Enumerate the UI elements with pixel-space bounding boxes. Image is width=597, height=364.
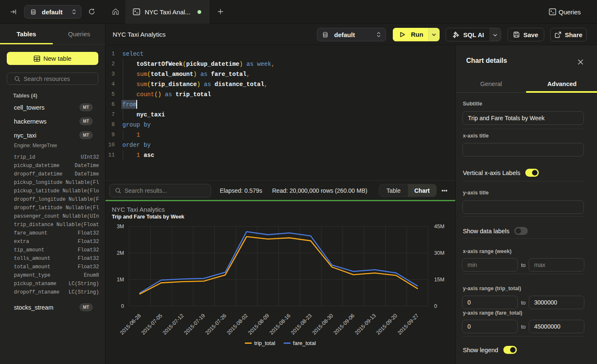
svg-text:0: 0: [121, 303, 124, 309]
svg-text:2015-08-02: 2015-08-02: [226, 313, 249, 336]
svg-text:2015-07-05: 2015-07-05: [140, 313, 163, 336]
svg-text:3M: 3M: [117, 224, 124, 229]
svg-text:2015-08-23: 2015-08-23: [290, 313, 313, 336]
svg-text:2015-08-16: 2015-08-16: [268, 313, 292, 336]
svg-text:2015-06-28: 2015-06-28: [119, 313, 142, 336]
svg-text:45M: 45M: [434, 224, 444, 229]
svg-text:2015-08-30: 2015-08-30: [311, 313, 334, 336]
svg-text:2015-09-13: 2015-09-13: [354, 313, 377, 336]
svg-text:1M: 1M: [117, 277, 124, 283]
svg-text:2015-09-20: 2015-09-20: [375, 313, 398, 336]
svg-text:2015-08-09: 2015-08-09: [247, 313, 270, 336]
svg-text:2015-07-19: 2015-07-19: [183, 313, 206, 336]
svg-text:2015-09-06: 2015-09-06: [332, 313, 356, 336]
svg-text:2015-07-26: 2015-07-26: [204, 313, 227, 336]
svg-text:2M: 2M: [117, 250, 124, 256]
svg-text:30M: 30M: [434, 250, 444, 256]
svg-text:15M: 15M: [434, 277, 444, 283]
svg-text:0: 0: [434, 303, 437, 309]
svg-text:2015-07-12: 2015-07-12: [162, 313, 185, 336]
svg-text:2015-09-27: 2015-09-27: [397, 313, 420, 336]
